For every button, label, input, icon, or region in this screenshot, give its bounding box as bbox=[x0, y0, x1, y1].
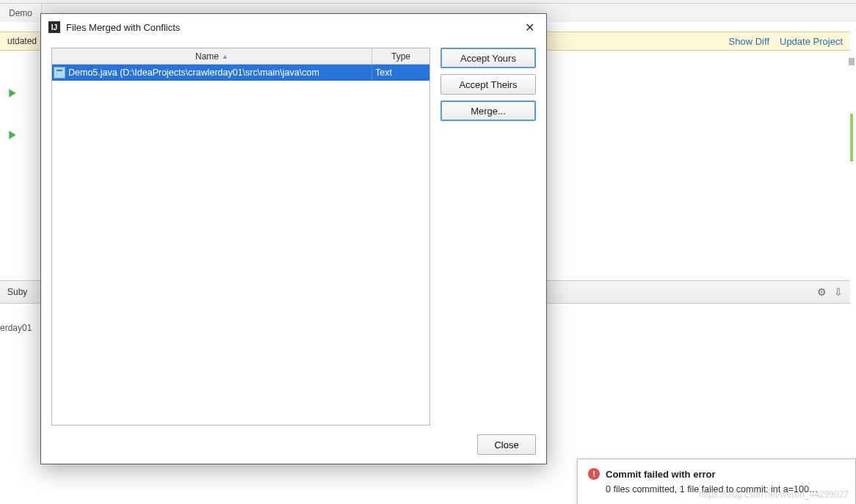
outdated-label: utdated bbox=[7, 36, 37, 46]
merge-button[interactable]: Merge... bbox=[440, 101, 536, 121]
file-path-label: Demo5.java (D:\IdeaProjects\crawlerday01… bbox=[68, 67, 319, 78]
dialog-body: Name ▲ Type Demo5.java (D:\IdeaProjects\… bbox=[41, 40, 546, 426]
run-icon[interactable] bbox=[7, 88, 18, 101]
dialog-titlebar: IJ Files Merged with Conflicts ✕ bbox=[41, 14, 546, 40]
notification-actions: Show Diff Update Project bbox=[729, 36, 843, 47]
column-name[interactable]: Name ▲ bbox=[52, 48, 372, 64]
java-file-icon bbox=[54, 67, 65, 78]
vcs-marker bbox=[850, 114, 853, 161]
close-icon[interactable]: ✕ bbox=[521, 19, 539, 36]
watermark: https://blog.csdn.net/weixin_44299027 bbox=[699, 489, 849, 500]
dialog-title-left: IJ Files Merged with Conflicts bbox=[48, 21, 180, 33]
intellij-icon: IJ bbox=[48, 21, 60, 33]
path-fragment: erday01 bbox=[0, 323, 32, 333]
gear-icon[interactable]: ⚙ bbox=[817, 286, 827, 298]
toast-header: ! Commit failed with error bbox=[588, 468, 845, 480]
run-icon[interactable] bbox=[7, 130, 18, 142]
column-type-label: Type bbox=[391, 51, 410, 62]
tool-window-label: Suby bbox=[7, 287, 27, 297]
accept-theirs-button[interactable]: Accept Theirs bbox=[440, 74, 536, 95]
update-project-link[interactable]: Update Project bbox=[780, 36, 843, 47]
dialog-footer: Close bbox=[41, 426, 546, 464]
sort-asc-icon: ▲ bbox=[222, 53, 228, 60]
run-gutter bbox=[7, 88, 18, 142]
download-icon[interactable]: ⇩ bbox=[834, 286, 843, 298]
merge-conflicts-dialog: IJ Files Merged with Conflicts ✕ Name ▲ … bbox=[40, 13, 547, 464]
editor-tab-demo[interactable]: Demo bbox=[0, 4, 42, 22]
column-name-label: Name bbox=[195, 51, 219, 62]
cell-name: Demo5.java (D:\IdeaProjects\crawlerday01… bbox=[52, 65, 372, 81]
toast-title: Commit failed with error bbox=[606, 469, 716, 480]
table-header: Name ▲ Type bbox=[52, 48, 429, 65]
error-icon: ! bbox=[588, 468, 600, 480]
table-empty-area bbox=[52, 81, 429, 425]
tool-window-actions: ⚙ ⇩ bbox=[817, 286, 843, 298]
cell-type: Text bbox=[372, 65, 429, 81]
dialog-side-buttons: Accept Yours Accept Theirs Merge... bbox=[440, 48, 536, 426]
dialog-title: Files Merged with Conflicts bbox=[66, 22, 180, 33]
table-row[interactable]: Demo5.java (D:\IdeaProjects\crawlerday01… bbox=[52, 65, 429, 81]
scroll-marker bbox=[849, 58, 855, 65]
conflicts-table: Name ▲ Type Demo5.java (D:\IdeaProjects\… bbox=[51, 48, 430, 426]
accept-yours-button[interactable]: Accept Yours bbox=[440, 48, 536, 68]
close-button[interactable]: Close bbox=[477, 434, 536, 455]
column-type[interactable]: Type bbox=[372, 48, 429, 64]
show-diff-link[interactable]: Show Diff bbox=[729, 36, 769, 47]
